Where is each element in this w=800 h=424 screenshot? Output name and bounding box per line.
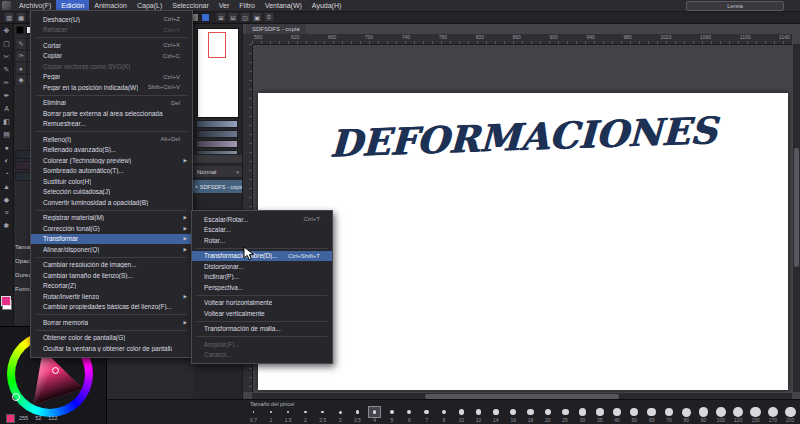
transform-submenu-option[interactable]: Transformación libre(D)... Ctrl+Shift+T <box>192 251 332 262</box>
tool-button[interactable]: ✒ <box>0 89 13 102</box>
menu-item[interactable]: Filtro <box>234 0 260 11</box>
edit-menu-option[interactable]: Deshacer(U) Ctrl+Z <box>31 14 192 25</box>
hue-cursor[interactable] <box>12 393 20 401</box>
edit-menu-option[interactable]: Corrección tonal(G) ▶ <box>31 223 192 234</box>
transform-submenu-option[interactable]: Ampliar(F)... <box>192 339 332 350</box>
brush-size-option[interactable]: 6 <box>404 407 415 424</box>
brush-size-option[interactable]: 100 <box>715 407 726 424</box>
toolbar-color-swatch[interactable] <box>201 13 210 22</box>
edit-menu-option[interactable]: Sustituir color(H) <box>31 176 192 187</box>
edit-menu-option[interactable]: Cortar Ctrl+X <box>31 40 192 51</box>
brush-size-option[interactable]: 3 <box>335 407 346 424</box>
toolbar-icon-button[interactable]: ▥ <box>4 12 14 22</box>
brush-size-option[interactable]: 7 <box>421 407 432 424</box>
gradient-bar[interactable] <box>196 120 238 128</box>
toolbar-icon-button[interactable]: ⊞ <box>216 12 226 22</box>
color-chip[interactable] <box>16 26 24 34</box>
transform-submenu-option[interactable]: Transformación de malla... <box>192 324 332 335</box>
gradient-bar[interactable] <box>196 130 238 138</box>
tool-button[interactable]: ✱ <box>0 219 13 232</box>
tool-button[interactable]: ◆ <box>0 193 13 206</box>
foreground-color[interactable] <box>1 296 11 306</box>
sub-tool-button[interactable]: ◆ <box>15 74 27 86</box>
sub-tool-button[interactable]: ● <box>15 62 27 74</box>
app-icon[interactable] <box>2 1 11 10</box>
foreground-background-colors[interactable] <box>1 296 12 310</box>
brush-size-option[interactable]: 18 <box>525 407 536 424</box>
tool-button[interactable]: ✎ <box>0 63 13 76</box>
brush-size-option[interactable]: 2 <box>300 407 311 424</box>
edit-menu-option[interactable]: Sombreado automático(T)... <box>31 166 192 177</box>
tool-button[interactable]: ≡ <box>0 206 13 219</box>
document-tab[interactable]: SDFSDFS - copia <box>246 24 306 34</box>
edit-menu-option[interactable]: Remuestrear... <box>31 119 192 130</box>
edit-menu-option[interactable]: Borrar parte externa al área seleccionad… <box>31 108 192 119</box>
transform-submenu-option[interactable]: Perspectiva... <box>192 282 332 293</box>
artboard[interactable]: DEFORMACIONES <box>258 93 788 390</box>
edit-menu-option[interactable]: Rotar/invertir lienzo ▶ <box>31 291 192 302</box>
edit-menu-option[interactable]: Obtener color de pantalla(G) <box>31 333 192 344</box>
brush-size-option[interactable]: 35 <box>594 407 605 424</box>
brush-size-option[interactable]: 60 <box>646 407 657 424</box>
brush-size-option[interactable]: 50 <box>629 407 640 424</box>
vertical-scrollbar[interactable] <box>793 44 800 392</box>
blend-mode-select[interactable]: Normal ▾ <box>193 166 242 177</box>
edit-menu-option[interactable]: Rehacer Ctrl+Y <box>31 25 192 36</box>
brush-size-option[interactable]: 120 <box>733 407 744 424</box>
transform-submenu-option[interactable]: Inclinar(P)... <box>192 272 332 283</box>
tool-button[interactable]: ✂ <box>0 50 13 63</box>
transform-submenu-option[interactable]: Escalar... <box>192 225 332 236</box>
edit-menu-option[interactable]: Cambiar propiedades básicas del lienzo(F… <box>31 302 192 313</box>
brush-size-option[interactable]: 0.7 <box>248 407 259 424</box>
edit-menu-option[interactable]: Rellenado avanzado(S)... <box>31 145 192 156</box>
transform-submenu-option[interactable]: Escalar/Rotar... Ctrl+T <box>192 214 332 225</box>
transform-submenu-option[interactable]: Voltear verticalmente <box>192 308 332 319</box>
gradient-bar[interactable] <box>196 140 238 148</box>
edit-menu-option[interactable]: Eliminar Del <box>31 98 192 109</box>
sub-tool-button[interactable]: ✑ <box>15 50 27 62</box>
tool-button[interactable]: ▤ <box>0 128 13 141</box>
navigator-preview[interactable] <box>197 28 239 118</box>
transform-submenu-option[interactable]: Caracol... <box>192 350 332 361</box>
edit-menu-option[interactable]: Selección cuidadosa(J) <box>31 187 192 198</box>
edit-menu-option[interactable]: Colorear (Technology preview) ▶ <box>31 155 192 166</box>
sv-cursor[interactable] <box>52 367 59 374</box>
brush-size-option[interactable]: 4 <box>369 407 380 424</box>
edit-menu-option[interactable]: Cambiar resolución de imagen... <box>31 260 192 271</box>
toolbar-icon-button[interactable]: ⊟ <box>228 12 238 22</box>
tool-button[interactable]: ◧ <box>0 115 13 128</box>
brush-size-option[interactable]: 40 <box>612 407 623 424</box>
edit-menu-option[interactable]: Registrar material(M) ▶ <box>31 213 192 224</box>
edit-menu-option[interactable]: Copiar vectores como SVG(K) <box>31 61 192 72</box>
brush-size-option[interactable]: 1.5 <box>283 407 294 424</box>
tool-button[interactable]: ▲ <box>0 180 13 193</box>
vertical-scrollbar-thumb[interactable] <box>794 148 799 266</box>
brush-size-option[interactable]: 30 <box>577 407 588 424</box>
brush-size-option[interactable]: 14 <box>490 407 501 424</box>
toolbar-icon-button[interactable]: ▦ <box>16 12 26 22</box>
brush-size-option[interactable]: 2.5 <box>317 407 328 424</box>
tool-button[interactable]: ✏ <box>0 76 13 89</box>
eye-icon[interactable]: ● <box>195 184 198 189</box>
brush-size-option[interactable]: 170 <box>767 407 778 424</box>
edit-menu-option[interactable]: Transformar ▶ <box>31 234 192 245</box>
transform-submenu-option[interactable]: Voltear horizontalmente <box>192 298 332 309</box>
brush-size-option[interactable]: 1 <box>265 407 276 424</box>
edit-menu-option[interactable]: Relleno(I) Alt+Del <box>31 134 192 145</box>
edit-menu-option[interactable]: Cambiar tamaño de lienzo(S)... <box>31 270 192 281</box>
toolbar-icon-button[interactable]: ≡ <box>264 12 274 22</box>
brush-size-option[interactable]: 8 <box>438 407 449 424</box>
edit-menu-option[interactable]: Ocultar la ventana y obtener color de pa… <box>31 343 192 354</box>
brush-size-option[interactable]: 5 <box>387 407 398 424</box>
toolbar-icon-button[interactable]: ▣ <box>252 12 262 22</box>
brush-size-option[interactable]: 3.5 <box>352 407 363 424</box>
brush-size-option[interactable]: 200 <box>785 407 796 424</box>
edit-menu-option[interactable]: Convertir luminosidad a opacidad(B) <box>31 197 192 208</box>
brush-size-option[interactable]: 70 <box>664 407 675 424</box>
brush-size-option[interactable]: 16 <box>508 407 519 424</box>
edit-menu-option[interactable]: Pegar Ctrl+V <box>31 72 192 83</box>
tool-button[interactable]: ◐ <box>0 154 13 167</box>
transform-submenu-option[interactable]: Distorsionar... <box>192 261 332 272</box>
layer-row[interactable]: ● SDFSDFS - copia <box>193 180 242 193</box>
tool-button[interactable]: ◔ <box>0 167 13 180</box>
